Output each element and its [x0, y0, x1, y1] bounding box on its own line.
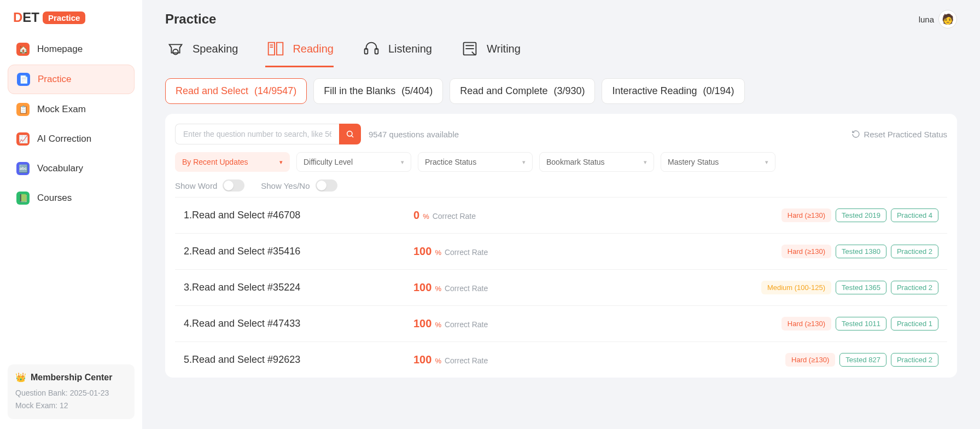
- reading-icon: [265, 38, 286, 59]
- main: Practice luna 🧑 SpeakingReadingListening…: [142, 0, 980, 429]
- sidebar-item-practice[interactable]: 📄Practice: [8, 65, 135, 94]
- reset-practiced[interactable]: Reset Practiced Status: [851, 130, 947, 139]
- correct-rate: 100% Correct Rate: [413, 281, 523, 294]
- sidebar-item-vocabulary[interactable]: 🔤Vocabulary: [8, 154, 135, 183]
- filter-bookmark-status[interactable]: Bookmark Status▾: [539, 152, 654, 172]
- speaking-icon: [165, 38, 186, 59]
- question-row[interactable]: 1.Read and Select #46708 0% Correct Rate…: [175, 197, 947, 233]
- skill-tab-listening[interactable]: Listening: [361, 36, 432, 67]
- skill-tab-label: Speaking: [192, 43, 238, 55]
- question-row[interactable]: 4.Read and Select #47433 100% Correct Ra…: [175, 305, 947, 341]
- search-icon: [346, 130, 354, 138]
- filter-label: By Recent Updates: [182, 158, 248, 166]
- difficulty-badge: Hard (≥130): [785, 353, 835, 367]
- nav-icon: 📈: [16, 132, 30, 146]
- filter-difficulty-level[interactable]: Difficulty Level▾: [296, 152, 411, 172]
- subtype-count: (0/194): [703, 85, 734, 96]
- difficulty-badge: Hard (≥130): [781, 208, 831, 222]
- search-input[interactable]: [175, 124, 339, 144]
- question-row[interactable]: 5.Read and Select #92623 100% Correct Ra…: [175, 341, 947, 378]
- subtype-tab-interactive-reading[interactable]: Interactive Reading (0/194): [602, 78, 744, 104]
- difficulty-badge: Medium (100-125): [761, 281, 831, 294]
- header: Practice luna 🧑: [165, 10, 957, 28]
- sidebar-item-homepage[interactable]: 🏠Homepage: [8, 35, 135, 63]
- subtype-tab-read-and-complete[interactable]: Read and Complete (3/930): [450, 78, 595, 104]
- sidebar: DET Practice 🏠Homepage📄Practice📋Mock Exa…: [0, 0, 142, 429]
- sidebar-item-label: Practice: [38, 74, 71, 85]
- question-title: 1.Read and Select #46708: [184, 210, 413, 221]
- subtype-tab-read-and-select[interactable]: Read and Select (14/9547): [165, 78, 307, 104]
- nav-icon: 🏠: [16, 43, 30, 56]
- subtype-label: Fill in the Blanks: [324, 85, 395, 96]
- crown-icon: 👑: [15, 372, 26, 382]
- reset-icon: [851, 130, 860, 138]
- logo-text: DET: [13, 10, 39, 25]
- question-row[interactable]: 3.Read and Select #35224 100% Correct Ra…: [175, 269, 947, 305]
- membership-bank: Question Bank: 2025-01-23: [15, 387, 127, 399]
- correct-rate: 0% Correct Rate: [413, 209, 523, 222]
- membership-mock: Mock Exam: 12: [15, 399, 127, 411]
- chevron-down-icon: ▾: [401, 159, 404, 166]
- tested-badge: Tested 1011: [836, 317, 886, 331]
- question-title: 4.Read and Select #47433: [184, 318, 413, 329]
- question-panel: 9547 questions available Reset Practiced…: [165, 114, 957, 378]
- sidebar-item-label: Mock Exam: [37, 104, 86, 115]
- skill-tabs: SpeakingReadingListeningWriting: [165, 36, 957, 67]
- filter-by-recent-updates[interactable]: By Recent Updates▾: [175, 152, 290, 172]
- chevron-down-icon: ▾: [279, 159, 283, 166]
- subtype-tabs: Read and Select (14/9547)Fill in the Bla…: [165, 78, 957, 104]
- correct-rate: 100% Correct Rate: [413, 245, 523, 258]
- membership-center[interactable]: 👑 Membership Center Question Bank: 2025-…: [8, 364, 135, 419]
- sidebar-item-mock-exam[interactable]: 📋Mock Exam: [8, 95, 135, 124]
- membership-title: Membership Center: [31, 373, 112, 382]
- subtype-label: Read and Select: [176, 85, 248, 96]
- svg-point-8: [347, 131, 352, 136]
- filters: By Recent Updates▾Difficulty Level▾Pract…: [175, 152, 947, 172]
- user-menu[interactable]: luna 🧑: [919, 10, 957, 28]
- filter-label: Mastery Status: [668, 158, 719, 166]
- chevron-down-icon: ▾: [644, 159, 647, 166]
- nav-icon: 📋: [16, 103, 30, 116]
- nav-icon: 📄: [17, 73, 30, 86]
- subtype-label: Interactive Reading: [612, 85, 697, 96]
- tested-badge: Tested 1380: [836, 245, 886, 258]
- subtype-count: (5/404): [401, 85, 433, 96]
- practiced-badge: Practiced 2: [891, 245, 938, 258]
- sidebar-item-label: AI Correction: [37, 134, 91, 144]
- show-word-label: Show Word: [175, 181, 217, 190]
- skill-tab-writing[interactable]: Writing: [459, 36, 521, 67]
- question-title: 5.Read and Select #92623: [184, 354, 413, 366]
- correct-rate: 100% Correct Rate: [413, 353, 523, 366]
- chevron-down-icon: ▾: [522, 159, 526, 166]
- avatar[interactable]: 🧑: [938, 10, 957, 28]
- sidebar-item-label: Vocabulary: [37, 163, 83, 174]
- skill-tab-reading[interactable]: Reading: [265, 36, 334, 67]
- difficulty-badge: Hard (≥130): [781, 317, 831, 331]
- show-word-toggle[interactable]: [223, 179, 244, 192]
- show-yesno-toggle[interactable]: [316, 179, 337, 192]
- sidebar-item-courses[interactable]: 📗Courses: [8, 184, 135, 212]
- filter-label: Difficulty Level: [304, 158, 353, 166]
- nav-icon: 🔤: [16, 162, 30, 175]
- tested-badge: Tested 827: [839, 353, 886, 367]
- show-yesno-label: Show Yes/No: [261, 181, 310, 190]
- practiced-badge: Practiced 2: [891, 353, 938, 367]
- user-name: luna: [919, 15, 934, 24]
- search-button[interactable]: [339, 124, 361, 144]
- sidebar-item-label: Courses: [37, 193, 72, 204]
- filter-label: Bookmark Status: [546, 158, 605, 166]
- sidebar-item-ai-correction[interactable]: 📈AI Correction: [8, 125, 135, 153]
- filter-practice-status[interactable]: Practice Status▾: [418, 152, 533, 172]
- subtype-count: (3/930): [553, 85, 585, 96]
- filter-label: Practice Status: [425, 158, 476, 166]
- logo[interactable]: DET Practice: [8, 10, 135, 25]
- skill-tab-speaking[interactable]: Speaking: [165, 36, 238, 67]
- difficulty-badge: Hard (≥130): [781, 245, 831, 258]
- filter-mastery-status[interactable]: Mastery Status▾: [661, 152, 775, 172]
- question-row[interactable]: 2.Read and Select #35416 100% Correct Ra…: [175, 233, 947, 269]
- sidebar-nav: 🏠Homepage📄Practice📋Mock Exam📈AI Correcti…: [8, 35, 135, 212]
- page-title: Practice: [165, 11, 216, 27]
- available-count: 9547 questions available: [369, 130, 459, 139]
- practiced-badge: Practiced 1: [891, 317, 938, 331]
- subtype-tab-fill-in-the-blanks[interactable]: Fill in the Blanks (5/404): [313, 78, 443, 104]
